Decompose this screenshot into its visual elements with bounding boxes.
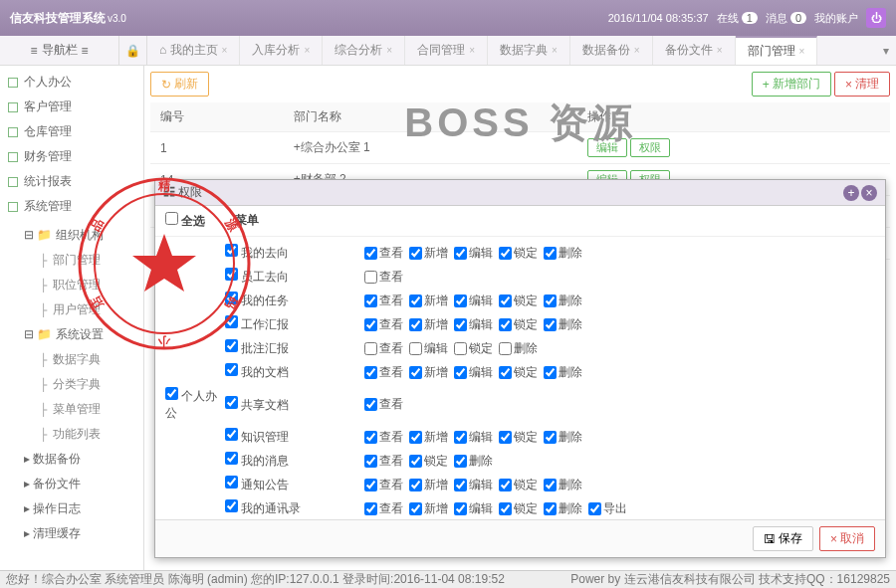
perm-op[interactable]: 删除 (544, 316, 582, 333)
tab-7[interactable]: 部门管理 × (736, 36, 818, 65)
tab-2[interactable]: 综合分析 × (323, 36, 405, 65)
tab-more-icon[interactable]: ▾ (876, 36, 896, 65)
perm-op[interactable]: 查看 (364, 269, 403, 286)
sidebar-item-3[interactable]: 财务管理 (0, 144, 143, 169)
perm-button[interactable]: 权限 (630, 138, 670, 157)
tab-3[interactable]: 合同管理 × (405, 36, 488, 65)
tab-5[interactable]: 数据备份 × (570, 36, 653, 65)
perm-op[interactable]: 删除 (454, 453, 493, 470)
perm-op[interactable]: 查看 (364, 245, 403, 262)
perm-op[interactable]: 编辑 (409, 340, 448, 357)
perm-op[interactable]: 删除 (544, 500, 582, 517)
menu-checkbox[interactable]: 我的通讯录 (225, 501, 301, 515)
perm-op[interactable]: 编辑 (454, 245, 493, 262)
perm-op[interactable]: 删除 (544, 245, 582, 262)
perm-op[interactable]: 锁定 (499, 429, 538, 446)
sidebar-item-1[interactable]: 客户管理 (0, 95, 143, 119)
menu-checkbox[interactable]: 工作汇报 (225, 317, 289, 331)
tab-6[interactable]: 备份文件 × (653, 36, 736, 65)
lock-icon[interactable]: 🔒 (119, 36, 147, 65)
category-checkbox[interactable]: 个人办公 (165, 389, 217, 420)
add-dept-button[interactable]: + 新增部门 (752, 72, 831, 97)
menu-checkbox[interactable]: 我的任务 (225, 294, 289, 307)
perm-op[interactable]: 删除 (544, 477, 582, 493)
perm-op[interactable]: 编辑 (454, 429, 493, 446)
perm-op[interactable]: 锁定 (499, 477, 538, 493)
perm-op[interactable]: 删除 (499, 340, 538, 357)
tree-node-12[interactable]: ▸ 清理缓存 (0, 521, 143, 546)
tab-1[interactable]: 入库分析 × (240, 36, 323, 65)
sidebar-item-0[interactable]: 个人办公 (0, 70, 143, 95)
perm-op[interactable]: 锁定 (499, 245, 538, 262)
perm-op[interactable]: 查看 (364, 364, 403, 381)
dialog-expand-icon[interactable]: + (843, 185, 859, 201)
online-label[interactable]: 在线 1 (717, 11, 758, 26)
menu-checkbox[interactable]: 批注汇报 (225, 341, 289, 355)
menu-checkbox[interactable]: 员工去向 (225, 270, 289, 284)
menu-checkbox[interactable]: 我的消息 (225, 454, 289, 468)
dialog-close-icon[interactable]: × (861, 185, 877, 201)
menu-checkbox[interactable]: 我的去向 (225, 246, 289, 260)
perm-op[interactable]: 查看 (364, 429, 403, 446)
tree-node-8[interactable]: ├ 功能列表 (0, 422, 143, 447)
tree-node-7[interactable]: ├ 菜单管理 (0, 397, 143, 422)
tree-node-1[interactable]: ├ 部门管理 (0, 248, 143, 273)
perm-op[interactable]: 查看 (364, 340, 403, 357)
menu-checkbox[interactable]: 我的文档 (225, 365, 289, 379)
perm-op[interactable]: 锁定 (454, 340, 493, 357)
perm-op[interactable]: 删除 (544, 429, 582, 446)
logout-icon[interactable]: ⏻ (866, 8, 886, 28)
perm-op[interactable]: 删除 (544, 364, 582, 381)
perm-op[interactable]: 导出 (588, 500, 627, 517)
perm-op[interactable]: 锁定 (409, 453, 448, 470)
tree-node-5[interactable]: ├ 数据字典 (0, 347, 143, 372)
tree-node-6[interactable]: ├ 分类字典 (0, 372, 143, 397)
perm-op[interactable]: 新增 (409, 500, 448, 517)
sidebar-item-4[interactable]: 统计报表 (0, 169, 143, 194)
perm-op[interactable]: 新增 (409, 293, 448, 309)
perm-op[interactable]: 删除 (544, 293, 582, 309)
perm-op[interactable]: 编辑 (454, 477, 493, 493)
perm-op[interactable]: 编辑 (454, 364, 493, 381)
perm-op[interactable]: 锁定 (499, 316, 538, 333)
tree-node-0[interactable]: ⊟ 📁 组织机构 (0, 223, 143, 248)
account-menu[interactable]: 我的账户 (814, 11, 858, 26)
perm-op[interactable]: 新增 (409, 316, 448, 333)
perm-op[interactable]: 查看 (364, 477, 403, 493)
msg-label[interactable]: 消息 0 (766, 11, 806, 26)
clear-button[interactable]: × 清理 (834, 72, 890, 97)
perm-op[interactable]: 新增 (409, 477, 448, 493)
refresh-button[interactable]: ↻ 刷新 (150, 72, 209, 97)
perm-op[interactable]: 查看 (364, 396, 403, 413)
tree-node-11[interactable]: ▸ 操作日志 (0, 496, 143, 521)
tab-4[interactable]: 数据字典 × (488, 36, 570, 65)
tree-node-10[interactable]: ▸ 备份文件 (0, 472, 143, 496)
menu-checkbox[interactable]: 知识管理 (225, 430, 289, 444)
cancel-button[interactable]: × 取消 (819, 526, 875, 551)
perm-op[interactable]: 查看 (364, 500, 403, 517)
perm-op[interactable]: 新增 (409, 245, 448, 262)
perm-op[interactable]: 新增 (409, 364, 448, 381)
tree-node-2[interactable]: ├ 职位管理 (0, 273, 143, 297)
menu-checkbox[interactable]: 通知公告 (225, 478, 289, 491)
perm-op[interactable]: 编辑 (454, 316, 493, 333)
perm-op[interactable]: 锁定 (499, 500, 538, 517)
perm-op[interactable]: 新增 (409, 429, 448, 446)
tab-0[interactable]: ⌂ 我的主页 × (147, 36, 240, 65)
nav-toggle[interactable]: ≡ 导航栏 ≡ (0, 36, 119, 65)
select-all-checkbox[interactable]: 全选 (165, 212, 205, 230)
perm-op[interactable]: 编辑 (454, 293, 493, 309)
perm-op[interactable]: 锁定 (499, 293, 538, 309)
tree-node-3[interactable]: ├ 用户管理 (0, 297, 143, 322)
perm-op[interactable]: 查看 (364, 316, 403, 333)
sidebar-item-5[interactable]: 系统管理 (0, 194, 143, 219)
edit-button[interactable]: 编辑 (587, 138, 627, 157)
perm-op[interactable]: 查看 (364, 453, 403, 470)
menu-checkbox[interactable]: 共享文档 (225, 398, 289, 412)
tree-node-9[interactable]: ▸ 数据备份 (0, 447, 143, 472)
sidebar-item-2[interactable]: 仓库管理 (0, 119, 143, 144)
perm-op[interactable]: 锁定 (499, 364, 538, 381)
save-button[interactable]: 🖫 保存 (753, 526, 813, 551)
perm-op[interactable]: 编辑 (454, 500, 493, 517)
tree-node-4[interactable]: ⊟ 📁 系统设置 (0, 322, 143, 347)
